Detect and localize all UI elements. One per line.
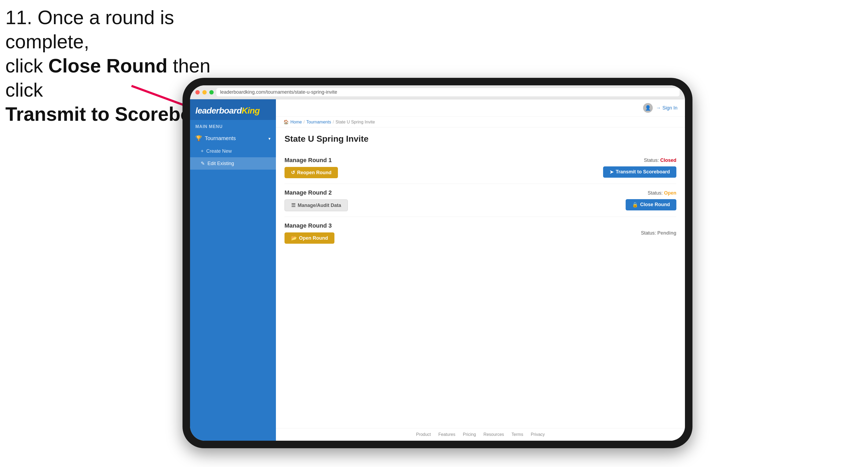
transmit-to-scoreboard-button[interactable]: ➤ Transmit to Scoreboard [603,166,676,178]
footer-privacy[interactable]: Privacy [531,432,545,437]
manage-audit-label: Manage/Audit Data [298,203,341,208]
open-round-button[interactable]: 📂 Open Round [284,232,334,244]
content-area: State U Spring Invite Manage Round 1 ↺ R… [276,127,685,428]
reopen-icon: ↺ [291,169,295,176]
round-1-status-value: Closed [660,158,676,163]
round-3-row: Manage Round 3 📂 Open Round Status: Pend… [284,217,676,249]
round-3-right: Status: Pending [641,230,676,236]
browser-chrome: leaderboardking.com/tournaments/state-u-… [190,85,685,99]
transmit-icon: ➤ [610,169,614,175]
round-1-status: Status: Closed [644,158,676,163]
sidebar-logo: leaderboardKing [190,99,276,120]
round-1-right: Status: Closed ➤ Transmit to Scoreboard [603,158,676,178]
app-footer: Product Features Pricing Resources Terms… [276,428,685,441]
round-1-title: Manage Round 1 [284,157,338,164]
breadcrumb-home-icon: 🏠 [283,119,289,125]
manage-icon: ☰ [291,203,296,208]
footer-pricing[interactable]: Pricing [463,432,476,437]
footer-terms[interactable]: Terms [512,432,523,437]
footer-features[interactable]: Features [438,432,455,437]
open-round-label: Open Round [299,236,328,241]
logo-suffix: King [242,106,259,116]
page-title: State U Spring Invite [284,134,676,144]
tablet-device: leaderboardking.com/tournaments/state-u-… [183,78,692,448]
sidebar-item-edit-existing[interactable]: ✎ Edit Existing [190,157,276,169]
instruction-line1: 11. Once a round is complete, [5,7,174,52]
round-2-right: Status: Open 🔒 Close Round [626,190,676,210]
avatar: 👤 [643,103,653,113]
close-round-button[interactable]: 🔒 Close Round [626,199,676,210]
open-icon: 📂 [291,235,297,241]
footer-product[interactable]: Product [416,432,431,437]
round-2-status: Status: Open [648,190,676,196]
round-1-buttons: ↺ Reopen Round [284,167,338,178]
tablet-screen: leaderboardking.com/tournaments/state-u-… [190,85,685,441]
reopen-round-button[interactable]: ↺ Reopen Round [284,167,338,178]
lock-icon: 🔒 [632,202,638,208]
browser-dot-yellow [203,90,207,94]
chevron-down-icon [269,135,271,142]
sidebar-item-create-new[interactable]: + Create New [190,145,276,157]
sidebar-tournaments-label: Tournaments [205,135,236,142]
breadcrumb-current: State U Spring Invite [336,120,375,125]
close-round-label: Close Round [640,202,670,208]
sign-in-button[interactable]: → Sign In [656,105,677,111]
user-icon: 👤 [645,105,651,111]
round-1-left: Manage Round 1 ↺ Reopen Round [284,157,338,178]
instruction-close-round: Close Round [48,55,167,76]
sidebar-item-tournaments[interactable]: 🏆 Tournaments [190,131,276,145]
breadcrumb-tournaments[interactable]: Tournaments [306,120,331,125]
top-header: 👤 → Sign In [276,99,685,117]
round-2-status-value: Open [664,190,676,196]
round-3-status-value: Pending [657,230,676,236]
plus-icon: + [201,148,204,154]
manage-audit-data-button[interactable]: ☰ Manage/Audit Data [284,199,348,211]
round-2-buttons: ☰ Manage/Audit Data [284,199,348,211]
trophy-icon: 🏆 [195,135,202,142]
browser-dot-green [209,90,214,94]
round-1-row: Manage Round 1 ↺ Reopen Round Status: Cl… [284,151,676,184]
round-2-row: Manage Round 2 ☰ Manage/Audit Data Statu… [284,184,676,217]
edit-existing-label: Edit Existing [208,161,234,166]
footer-resources[interactable]: Resources [484,432,504,437]
browser-dot-red [195,90,200,94]
round-3-status: Status: Pending [641,230,676,236]
logo: leaderboardKing [195,106,271,116]
sign-in-label: Sign In [662,105,677,111]
app-layout: leaderboardKing MAIN MENU 🏆 Tournaments … [190,99,685,441]
breadcrumb-home[interactable]: Home [290,120,302,125]
breadcrumb: 🏠 Home / Tournaments / State U Spring In… [276,117,685,127]
round-2-left: Manage Round 2 ☰ Manage/Audit Data [284,189,348,211]
edit-icon: ✎ [201,160,205,166]
instruction-line2: click Close Round then click [5,55,210,101]
create-new-label: Create New [207,148,232,154]
reopen-round-label: Reopen Round [297,170,332,176]
main-menu-label: MAIN MENU [190,120,276,131]
round-2-title: Manage Round 2 [284,189,348,196]
main-content: 👤 → Sign In 🏠 Home / Tournaments / State… [276,99,685,441]
browser-url-bar[interactable]: leaderboardking.com/tournaments/state-u-… [216,88,680,96]
breadcrumb-sep2: / [333,120,334,125]
logo-prefix: leaderboard [195,106,242,116]
breadcrumb-sep1: / [304,120,305,125]
transmit-label: Transmit to Scoreboard [616,169,670,175]
round-3-left: Manage Round 3 📂 Open Round [284,222,334,244]
signin-arrow-icon: → [656,105,661,111]
round-3-title: Manage Round 3 [284,222,334,229]
sidebar: leaderboardKing MAIN MENU 🏆 Tournaments … [190,99,276,441]
round-3-buttons: 📂 Open Round [284,232,334,244]
